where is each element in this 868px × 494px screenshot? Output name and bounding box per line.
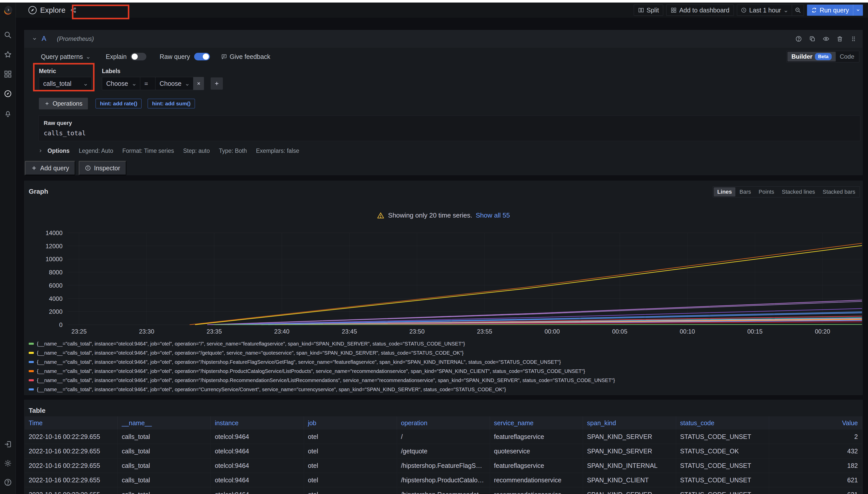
starred-icon[interactable]	[4, 51, 12, 59]
metric-field: Metric calls_total	[39, 68, 92, 90]
add-label-filter-button[interactable]	[211, 77, 223, 90]
comment-icon	[221, 54, 227, 60]
code-tab[interactable]: Code	[836, 52, 858, 61]
add-query-button[interactable]: Add query	[25, 161, 75, 175]
give-feedback-button[interactable]: Give feedback	[221, 53, 270, 60]
add-to-dashboard-button[interactable]: Add to dashboard	[666, 4, 734, 16]
query-ref-id[interactable]: A	[42, 35, 46, 43]
time-range-button[interactable]: Last 1 hour	[737, 5, 792, 16]
column-header[interactable]: Value	[769, 416, 862, 430]
show-all-series-link[interactable]: Show all 55	[476, 211, 510, 219]
column-header[interactable]: operation	[397, 416, 490, 430]
help-icon[interactable]	[4, 478, 12, 487]
label-operator-select[interactable]: =	[140, 77, 155, 90]
legend-series-label: {__name__="calls_total", instance="otelc…	[37, 341, 465, 347]
graph-mode-points[interactable]: Points	[755, 187, 778, 196]
label-value-select[interactable]: Choose	[155, 77, 193, 90]
query-hint-button[interactable]: hint: add sum()	[148, 99, 195, 108]
svg-text:00:05: 00:05	[612, 328, 627, 335]
chevron-down-icon	[86, 54, 90, 59]
table-cell: SPAN_KIND_INTERNAL	[583, 458, 676, 473]
svg-text:23:45: 23:45	[342, 328, 357, 335]
graph-mode-lines[interactable]: Lines	[714, 187, 735, 196]
column-header[interactable]: instance	[211, 416, 304, 430]
table-cell: 432	[769, 444, 862, 458]
metric-select[interactable]: calls_total	[39, 77, 92, 90]
remove-label-filter-button[interactable]	[193, 77, 204, 90]
legend-series-label: {__name__="calls_total", instance="otelc…	[37, 378, 615, 383]
svg-text:00:00: 00:00	[544, 328, 560, 335]
alerting-bell-icon[interactable]	[4, 109, 12, 117]
inspector-button[interactable]: Inspector	[79, 161, 126, 175]
sidebar-expand-button[interactable]	[4, 6, 12, 14]
options-title[interactable]: Options	[48, 148, 70, 154]
time-series-chart[interactable]: 0200040006000800010000120001400023:2523:…	[24, 230, 863, 339]
remove-query-trash-icon[interactable]	[836, 36, 843, 42]
raw-query-expression: calls_total	[44, 130, 855, 137]
legend-item[interactable]: {__name__="calls_total", instance="otelc…	[29, 376, 858, 385]
raw-query-toggle[interactable]	[194, 53, 210, 60]
chevron-right-icon[interactable]	[38, 149, 42, 153]
graph-mode-stacked-lines[interactable]: Stacked lines	[778, 187, 819, 196]
legend-series-label: {__name__="calls_total", instance="otelc…	[37, 350, 464, 356]
column-header[interactable]: span_kind	[583, 416, 676, 430]
table-cell: otel	[304, 444, 397, 458]
labels-label: Labels	[102, 68, 223, 75]
legend-series-label: {__name__="calls_total", instance="otelc…	[37, 368, 585, 374]
legend-item[interactable]: {__name__="calls_total", instance="otelc…	[29, 366, 858, 376]
table-row: 2022-10-16 00:22:29.655calls_totalotelco…	[25, 430, 862, 444]
dashboards-icon[interactable]	[4, 70, 12, 78]
split-columns-icon	[638, 7, 644, 13]
svg-text:8000: 8000	[49, 269, 62, 276]
graph-mode-stacked-bars[interactable]: Stacked bars	[819, 187, 859, 196]
search-icon[interactable]	[4, 31, 12, 39]
table-cell: 621	[769, 473, 862, 487]
operations-button[interactable]: Operations	[39, 98, 88, 109]
legend-item[interactable]: {__name__="calls_total", instance="otelc…	[29, 357, 858, 366]
time-picker-group: Last 1 hour	[737, 4, 804, 16]
drag-handle-icon[interactable]	[850, 36, 857, 42]
legend-item[interactable]: {__name__="calls_total", instance="otelc…	[29, 339, 858, 348]
query-option-summary: Step: auto	[183, 148, 210, 154]
query-row-header[interactable]: A (Prometheus)	[24, 30, 863, 48]
duplicate-query-icon[interactable]	[809, 36, 816, 42]
run-query-caret[interactable]	[853, 4, 863, 16]
table-cell: otelcol:9464	[211, 430, 304, 444]
hide-query-eye-icon[interactable]	[823, 36, 829, 42]
svg-text:10000: 10000	[46, 255, 62, 263]
legend-series-swatch	[29, 388, 34, 391]
table-cell: otel	[304, 458, 397, 473]
column-header[interactable]: status_code	[676, 416, 769, 430]
collapse-chevron-icon[interactable]	[32, 36, 37, 41]
legend-item[interactable]: {__name__="calls_total", instance="otelc…	[29, 385, 858, 394]
page-title: Explore	[40, 6, 66, 15]
sign-in-icon[interactable]	[4, 440, 12, 448]
table-cell: STATUS_CODE_UNSET	[676, 488, 769, 494]
query-patterns-dropdown[interactable]: Query patterns	[41, 53, 90, 60]
settings-gear-icon[interactable]	[4, 459, 12, 467]
table-cell: otelcol:9464	[211, 458, 304, 473]
share-link-icon[interactable]	[70, 7, 77, 14]
column-header[interactable]: __name__	[117, 416, 211, 430]
split-button[interactable]: Split	[634, 4, 664, 16]
legend-series-swatch	[29, 352, 34, 354]
builder-tab[interactable]: Builder Beta	[788, 52, 836, 61]
label-key-select[interactable]: Choose	[102, 77, 140, 90]
series-limit-warning: Showing only 20 time series. Show all 55	[24, 211, 863, 219]
column-header[interactable]: service_name	[490, 416, 583, 430]
legend-item[interactable]: {__name__="calls_total", instance="otelc…	[29, 348, 858, 357]
zoom-out-time-icon[interactable]	[792, 5, 804, 16]
table-cell: STATUS_CODE_UNSET	[676, 458, 769, 473]
run-query-button[interactable]: Run query	[807, 4, 853, 16]
column-header[interactable]: Time	[25, 416, 117, 430]
query-option-summary: Type: Both	[219, 148, 247, 154]
table-cell: STATUS_CODE_UNSET	[676, 473, 769, 487]
query-help-icon[interactable]	[795, 36, 802, 42]
table-body: 2022-10-16 00:22:29.655calls_totalotelco…	[25, 430, 862, 494]
explore-compass-icon[interactable]	[4, 90, 12, 98]
column-header[interactable]: job	[304, 416, 397, 430]
table-cell: 2022-10-16 00:22:29.655	[25, 473, 117, 487]
graph-mode-bars[interactable]: Bars	[736, 187, 755, 196]
explain-toggle[interactable]	[131, 53, 146, 60]
query-hint-button[interactable]: hint: add rate()	[95, 99, 142, 108]
